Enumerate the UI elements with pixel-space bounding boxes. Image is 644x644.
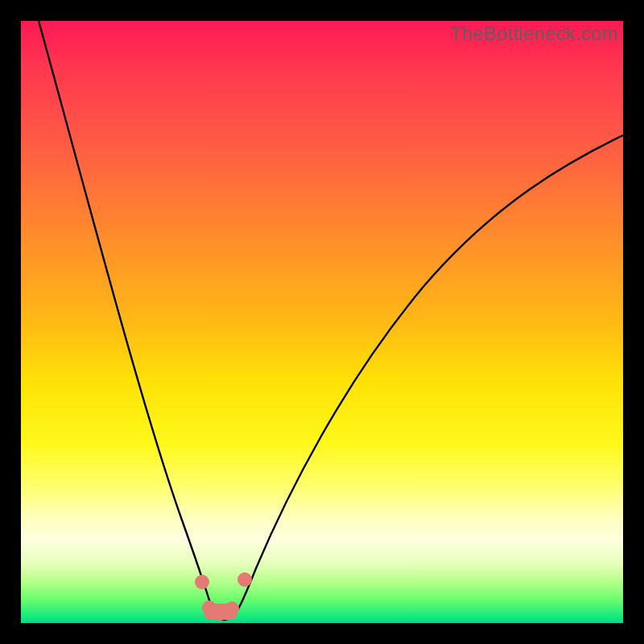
- marker-right-upper: [237, 572, 252, 587]
- watermark-label: TheBottleneck.com: [450, 23, 618, 45]
- marker-bottom-right: [225, 601, 239, 616]
- curve-left-branch: [39, 21, 218, 618]
- curve-right-branch: [230, 135, 623, 618]
- plot-area: TheBottleneck.com: [21, 21, 623, 623]
- bottleneck-curve: [21, 21, 623, 623]
- marker-left-upper: [195, 575, 209, 589]
